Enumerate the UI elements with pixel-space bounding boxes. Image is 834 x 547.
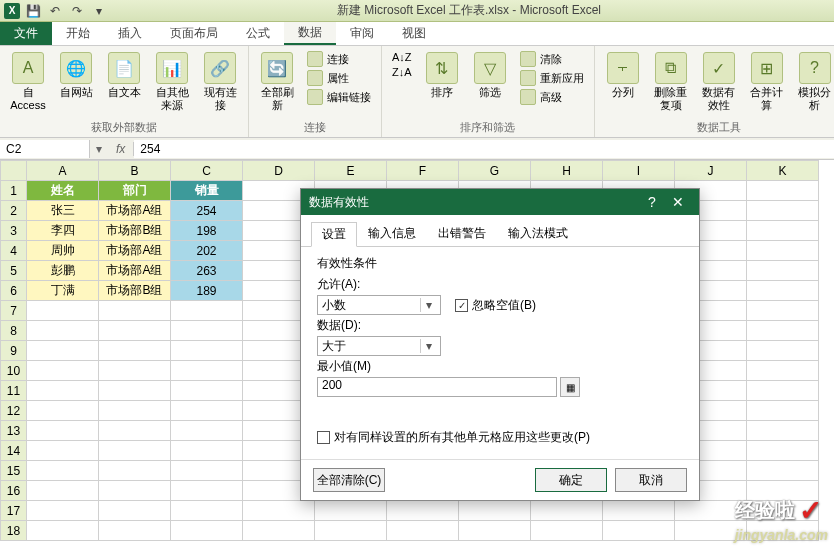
- cell[interactable]: [27, 381, 99, 401]
- col-header[interactable]: J: [675, 161, 747, 181]
- cell[interactable]: [27, 501, 99, 521]
- col-header[interactable]: H: [531, 161, 603, 181]
- cell[interactable]: [747, 301, 819, 321]
- cell[interactable]: 254: [171, 201, 243, 221]
- cell[interactable]: [747, 281, 819, 301]
- tab-review[interactable]: 审阅: [336, 22, 388, 45]
- cell[interactable]: [27, 321, 99, 341]
- advanced-button[interactable]: 高级: [516, 88, 588, 106]
- reapply-button[interactable]: 重新应用: [516, 69, 588, 87]
- row-header[interactable]: 12: [1, 401, 27, 421]
- cell[interactable]: [747, 241, 819, 261]
- refresh-all-button[interactable]: 🔄全部刷新: [255, 50, 299, 114]
- tab-layout[interactable]: 页面布局: [156, 22, 232, 45]
- min-value-input[interactable]: 200: [317, 377, 557, 397]
- row-header[interactable]: 14: [1, 441, 27, 461]
- col-header[interactable]: C: [171, 161, 243, 181]
- cell[interactable]: 张三: [27, 201, 99, 221]
- row-header[interactable]: 7: [1, 301, 27, 321]
- row-header[interactable]: 3: [1, 221, 27, 241]
- cell[interactable]: [747, 461, 819, 481]
- cell[interactable]: 189: [171, 281, 243, 301]
- row-header[interactable]: 15: [1, 461, 27, 481]
- apply-all-checkbox[interactable]: 对有同样设置的所有其他单元格应用这些更改(P): [317, 429, 590, 446]
- tab-error-alert[interactable]: 出错警告: [427, 221, 497, 246]
- col-header[interactable]: D: [243, 161, 315, 181]
- undo-icon[interactable]: ↶: [46, 2, 64, 20]
- connections-button[interactable]: 连接: [303, 50, 375, 68]
- cell[interactable]: [459, 521, 531, 541]
- help-button[interactable]: ?: [639, 192, 665, 212]
- qat-dropdown-icon[interactable]: ▾: [90, 2, 108, 20]
- from-text-button[interactable]: 📄自文本: [102, 50, 146, 101]
- cell[interactable]: [171, 441, 243, 461]
- redo-icon[interactable]: ↷: [68, 2, 86, 20]
- remove-dup-button[interactable]: ⧉删除重复项: [649, 50, 693, 114]
- row-header[interactable]: 8: [1, 321, 27, 341]
- cell[interactable]: [747, 401, 819, 421]
- col-header[interactable]: A: [27, 161, 99, 181]
- row-header[interactable]: 2: [1, 201, 27, 221]
- cell[interactable]: [99, 341, 171, 361]
- cell[interactable]: [243, 521, 315, 541]
- row-header[interactable]: 5: [1, 261, 27, 281]
- cell[interactable]: [27, 481, 99, 501]
- ignore-blank-checkbox[interactable]: ✓ 忽略空值(B): [455, 297, 536, 314]
- cell[interactable]: [747, 201, 819, 221]
- col-header[interactable]: K: [747, 161, 819, 181]
- cell[interactable]: [387, 501, 459, 521]
- cell[interactable]: [747, 381, 819, 401]
- cell[interactable]: [747, 341, 819, 361]
- formula-input[interactable]: 254: [134, 140, 834, 158]
- cell[interactable]: [99, 401, 171, 421]
- cell[interactable]: [603, 521, 675, 541]
- cell[interactable]: [99, 361, 171, 381]
- clear-all-button[interactable]: 全部清除(C): [313, 468, 385, 492]
- cell[interactable]: 202: [171, 241, 243, 261]
- cell[interactable]: [747, 361, 819, 381]
- row-header[interactable]: 17: [1, 501, 27, 521]
- cell[interactable]: [747, 221, 819, 241]
- row-header[interactable]: 13: [1, 421, 27, 441]
- cell[interactable]: [99, 381, 171, 401]
- col-header[interactable]: F: [387, 161, 459, 181]
- cell[interactable]: 市场部B组: [99, 221, 171, 241]
- tab-home[interactable]: 开始: [52, 22, 104, 45]
- cell[interactable]: [171, 421, 243, 441]
- cell[interactable]: 彭鹏: [27, 261, 99, 281]
- range-picker-button[interactable]: ▦: [560, 377, 580, 397]
- filter-button[interactable]: ▽筛选: [468, 50, 512, 101]
- from-other-button[interactable]: 📊自其他来源: [150, 50, 194, 114]
- cell[interactable]: 市场部A组: [99, 261, 171, 281]
- cell[interactable]: [27, 421, 99, 441]
- cell[interactable]: [99, 441, 171, 461]
- cell[interactable]: 263: [171, 261, 243, 281]
- whatif-button[interactable]: ?模拟分析: [793, 50, 834, 114]
- cell[interactable]: [747, 421, 819, 441]
- row-header[interactable]: 9: [1, 341, 27, 361]
- cell[interactable]: [171, 501, 243, 521]
- cell[interactable]: [315, 521, 387, 541]
- cell[interactable]: [171, 341, 243, 361]
- col-header[interactable]: G: [459, 161, 531, 181]
- sort-desc-button[interactable]: Z↓A: [388, 65, 416, 79]
- cell[interactable]: 周帅: [27, 241, 99, 261]
- row-header[interactable]: 11: [1, 381, 27, 401]
- cell[interactable]: [243, 501, 315, 521]
- tab-file[interactable]: 文件: [0, 22, 52, 45]
- data-select[interactable]: 大于 ▾: [317, 336, 441, 356]
- cell[interactable]: [171, 321, 243, 341]
- row-header[interactable]: 16: [1, 481, 27, 501]
- tab-formula[interactable]: 公式: [232, 22, 284, 45]
- cell[interactable]: [171, 361, 243, 381]
- cell[interactable]: [531, 501, 603, 521]
- ok-button[interactable]: 确定: [535, 468, 607, 492]
- name-box[interactable]: C2: [0, 140, 90, 158]
- cell[interactable]: [99, 301, 171, 321]
- cell[interactable]: [99, 521, 171, 541]
- dialog-titlebar[interactable]: 数据有效性 ? ✕: [301, 189, 699, 215]
- cell[interactable]: [27, 341, 99, 361]
- cell[interactable]: [747, 321, 819, 341]
- cell[interactable]: [27, 521, 99, 541]
- cell[interactable]: [99, 461, 171, 481]
